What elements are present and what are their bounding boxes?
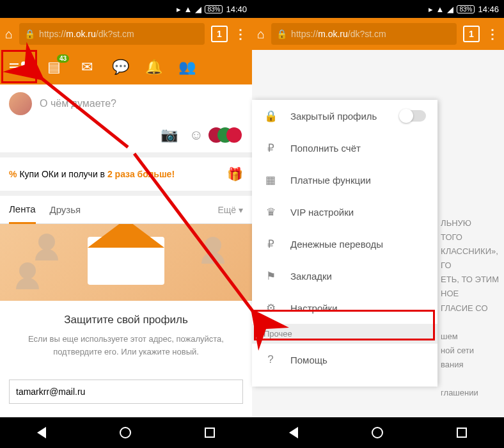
menu-button[interactable] [4, 51, 37, 84]
side-menu: 🔒Закрытый профиль ₽Пополнить счёт ▦Платн… [252, 100, 437, 387]
signal-icon: ◢ [447, 4, 453, 14]
emoji-icon[interactable]: ☺ [189, 127, 203, 143]
composer[interactable]: О чём думаете? [0, 84, 252, 123]
tab-count[interactable]: 1 [463, 26, 480, 42]
browser-bar: ⌂ 🔒 https://m.ok.ru/dk?st.cm 1 ⋮ [0, 18, 252, 50]
nav-home[interactable] [120, 427, 131, 438]
nav-bar [0, 417, 252, 448]
wifi-icon: ▲ [184, 4, 193, 14]
bluetooth-icon: ▸ [177, 4, 181, 14]
discussions-icon[interactable]: 💬 [104, 51, 137, 84]
crown-icon: ♛ [264, 205, 278, 219]
phone-left: ▸ ▲ ◢ 83% 14:40 ⌂ 🔒 https://m.ok.ru/dk?s… [0, 0, 252, 448]
messages-icon[interactable]: ✉ [70, 51, 104, 84]
nav-back[interactable] [289, 427, 298, 438]
url-bar[interactable]: 🔒 https://m.ok.ru/dk?st.cm [19, 23, 205, 45]
tab-friends[interactable]: Друзья [50, 196, 81, 223]
phone-right: ▸ ▲ ◢ 83% 14:46 ⌂ 🔒 https://m.ok.ru/dk?s… [252, 0, 504, 448]
bookmark-icon: ⚑ [264, 269, 278, 283]
url-bar[interactable]: 🔒 https://m.ok.ru/dk?st.cm [271, 23, 457, 45]
url-text: https://m.ok.ru/dk?st.cm [39, 29, 134, 39]
svg-point-0 [21, 61, 26, 67]
menu-topup[interactable]: ₽Пополнить счёт [252, 132, 437, 164]
home-icon[interactable]: ⌂ [257, 27, 265, 42]
url-text: https://m.ok.ru/dk?st.cm [291, 29, 386, 39]
notifications-icon[interactable]: 🔔 [137, 51, 170, 84]
status-bar: ▸ ▲ ◢ 83% 14:46 [252, 0, 504, 18]
status-bar: ▸ ▲ ◢ 83% 14:40 [0, 0, 252, 18]
bluetooth-icon: ▸ [429, 4, 433, 14]
more-icon[interactable]: ⋮ [234, 26, 247, 42]
protect-title: Защитите свой профиль [15, 314, 237, 326]
menu-vip[interactable]: ♛VIP настройки [252, 196, 437, 228]
battery-icon: 83% [457, 5, 475, 13]
wifi-icon: ▲ [436, 4, 445, 14]
currency-icon: ₽ [264, 237, 278, 251]
clock: 14:40 [226, 4, 247, 14]
menu-full-site[interactable]: 🖵Полная версия сайта [252, 376, 437, 387]
envelope-icon [88, 237, 164, 285]
lock-icon: 🔒 [264, 109, 278, 123]
nav-home[interactable] [372, 427, 383, 438]
tab-feed[interactable]: Лента [9, 196, 36, 224]
menu-bookmarks[interactable]: ⚑Закладки [252, 260, 437, 292]
toggle[interactable] [400, 110, 426, 122]
lock-icon: 🔒 [24, 29, 35, 39]
protect-card: Защитите свой профиль Если вы еще исполь… [0, 301, 252, 371]
composer-placeholder: О чём думаете? [40, 98, 116, 109]
nav-recent[interactable] [205, 428, 215, 438]
tab-count[interactable]: 1 [211, 26, 228, 42]
friends-icon[interactable]: 👥 [170, 51, 203, 84]
battery-icon: 83% [205, 5, 223, 13]
monitor-icon: 🖵 [264, 385, 278, 387]
menu-settings[interactable]: ⚙Настройки [252, 292, 437, 324]
app-bar: ▤43 ✉ 💬 🔔 👥 [0, 50, 252, 84]
menu-transfer[interactable]: ₽Денежные переводы [252, 228, 437, 260]
feed-tabs: Лента Друзья Ещё ▾ [0, 196, 252, 224]
promo-banner[interactable]: %Купи ОКи и получи в 2 раза больше! 🎁 [0, 157, 252, 196]
badge: 43 [57, 54, 69, 63]
menu-private-profile[interactable]: 🔒Закрытый профиль [252, 100, 437, 132]
avatar[interactable] [9, 92, 32, 115]
color-circles[interactable] [215, 127, 242, 143]
home-icon[interactable]: ⌂ [5, 27, 13, 42]
online-dot [27, 56, 33, 62]
gear-icon: ⚙ [264, 301, 278, 315]
email-input[interactable]: tamarkrr@mail.ru [9, 380, 243, 404]
wallet-icon: ▦ [264, 173, 278, 187]
lock-icon: 🔒 [276, 29, 287, 39]
background-text: ЛЬНУЮТОГОКЛАССНИКИ»,ГОЕТЬ, ТО ЭТИМНОЕГЛА… [441, 216, 499, 400]
help-icon: ? [264, 353, 278, 366]
promo-text: %Купи ОКи и получи в 2 раза больше! [9, 169, 227, 179]
nav-back[interactable] [37, 427, 46, 438]
menu-help[interactable]: ?Помощь [252, 344, 437, 376]
composer-actions: 📷 ☺ [0, 123, 252, 157]
feed-icon[interactable]: ▤43 [37, 51, 70, 84]
menu-section-other: Прочее [252, 324, 437, 344]
protect-banner [0, 224, 252, 301]
nav-bar [252, 417, 504, 448]
more-icon[interactable]: ⋮ [486, 26, 499, 42]
clock: 14:46 [478, 4, 499, 14]
ruble-icon: ₽ [264, 141, 278, 155]
tab-more[interactable]: Ещё ▾ [217, 205, 243, 215]
percent-icon: % [9, 169, 17, 179]
gift-icon[interactable]: 🎁 [227, 166, 243, 182]
menu-paid[interactable]: ▦Платные функции [252, 164, 437, 196]
browser-bar: ⌂ 🔒 https://m.ok.ru/dk?st.cm 1 ⋮ [252, 18, 504, 50]
camera-icon[interactable]: 📷 [161, 127, 178, 143]
nav-recent[interactable] [457, 428, 467, 438]
signal-icon: ◢ [195, 4, 201, 14]
protect-body: Если вы еще используете этот адрес, пожа… [15, 333, 237, 358]
